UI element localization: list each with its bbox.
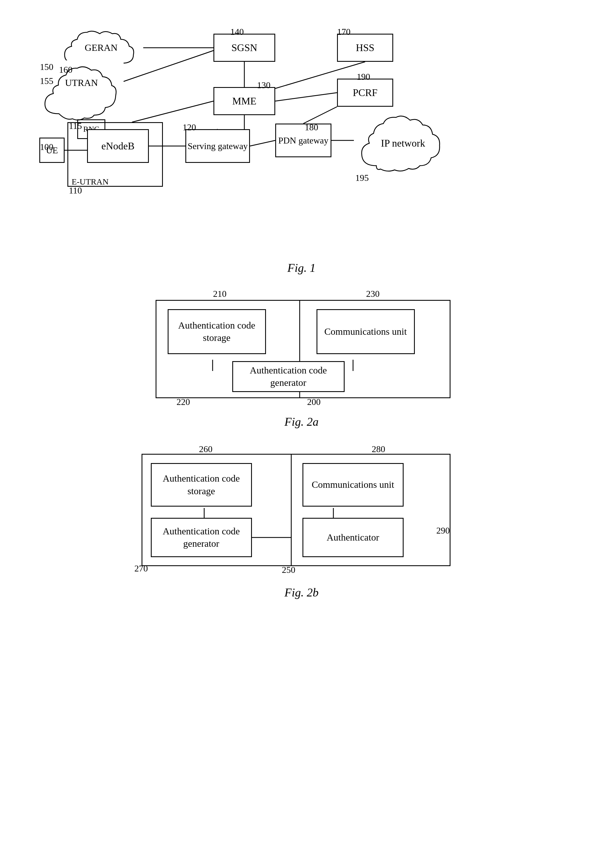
ref-130: 130 xyxy=(257,80,271,90)
svg-line-11 xyxy=(275,93,337,101)
fig2a-caption: Fig. 2a xyxy=(22,415,581,429)
fig2b-outer-box: Authentication code storage Communicatio… xyxy=(142,454,450,566)
fig2b-comm-unit-box: Communications unit xyxy=(303,463,404,507)
fig2a-container: Authentication code storage Communicatio… xyxy=(105,289,498,407)
fig2b-container: Authentication code storage Communicatio… xyxy=(105,443,498,578)
fig2b-auth-storage-label: Authentication code storage xyxy=(152,472,251,497)
ref-160: 160 xyxy=(59,65,73,75)
enodeb-box: eNodeB xyxy=(87,129,149,163)
pdn-label: PDN gateway xyxy=(278,135,329,146)
serving-label: Serving gateway xyxy=(188,141,248,151)
fig2a-auth-storage-box: Authentication code storage xyxy=(168,309,266,354)
ref-170: 170 xyxy=(337,27,351,37)
utran-label: UTRAN xyxy=(65,77,98,88)
fig2b-caption: Fig. 2b xyxy=(22,586,581,599)
mme-label: MME xyxy=(232,95,257,107)
fig2b-ref-280: 280 xyxy=(372,444,385,454)
ref-195: 195 xyxy=(355,173,369,183)
pdn-gateway-box: PDN gateway xyxy=(275,124,331,157)
fig2a-comm-unit-label: Communications unit xyxy=(325,326,407,338)
geran-label: GERAN xyxy=(85,42,118,53)
fig2b-comm-unit-label: Communications unit xyxy=(312,479,394,491)
svg-line-8 xyxy=(250,141,275,146)
fig2a-ref-230: 230 xyxy=(366,289,380,299)
ref-120: 120 xyxy=(182,122,196,133)
fig2b-auth-generator-box: Authentication code generator xyxy=(151,518,252,557)
fig2b-ref-290: 290 xyxy=(436,525,450,536)
fig2a-outer-box: Authentication code storage Communicatio… xyxy=(156,300,450,398)
pcrf-label: PCRF xyxy=(353,87,377,99)
fig2b-ref-250: 250 xyxy=(282,565,295,575)
page: GERAN UTRAN RNC IP network SGSN HSS xyxy=(0,0,603,868)
fig2b-ref-260: 260 xyxy=(199,444,213,454)
serving-gateway-box: Serving gateway xyxy=(186,129,250,163)
svg-line-10 xyxy=(303,107,337,124)
fig2a-auth-generator-box: Authentication code generator xyxy=(232,361,345,392)
fig2b-auth-storage-box: Authentication code storage xyxy=(151,463,252,507)
fig2a-auth-generator-label: Authentication code generator xyxy=(233,364,344,389)
enodeb-label: eNodeB xyxy=(101,140,135,152)
sgsn-label: SGSN xyxy=(232,42,257,54)
fig2b-authenticator-box: Authenticator xyxy=(303,518,404,557)
pcrf-box: PCRF xyxy=(337,79,393,107)
fig2b-authenticator-label: Authenticator xyxy=(327,531,379,544)
ref-110: 110 xyxy=(69,185,82,196)
fig1-diagram: GERAN UTRAN RNC IP network SGSN HSS xyxy=(22,17,584,256)
eutran-label: E-UTRAN xyxy=(72,177,109,187)
fig2a-ref-220: 220 xyxy=(177,397,190,407)
fig2b-ref-270: 270 xyxy=(135,563,148,574)
ref-190: 190 xyxy=(357,72,370,82)
fig2a-ref-200: 200 xyxy=(307,397,321,407)
ref-155: 155 xyxy=(40,76,53,86)
fig2a-ref-210: 210 xyxy=(213,289,227,299)
sgsn-box: SGSN xyxy=(213,34,275,62)
ref-140: 140 xyxy=(230,27,244,37)
mme-box: MME xyxy=(213,87,275,115)
fig2a-auth-storage-label: Authentication code storage xyxy=(169,319,265,344)
ipnet-cloud: IP network xyxy=(354,110,452,177)
ref-180: 180 xyxy=(305,122,318,133)
hss-box: HSS xyxy=(337,34,393,62)
fig2b-auth-generator-label: Authentication code generator xyxy=(152,525,251,550)
ref-115: 115 xyxy=(69,121,82,131)
ref-100: 100 xyxy=(40,142,53,152)
svg-line-12 xyxy=(132,101,213,122)
hss-label: HSS xyxy=(356,42,374,54)
fig2a-comm-unit-box: Communications unit xyxy=(317,309,415,354)
fig1-caption: Fig. 1 xyxy=(22,261,581,275)
ref-150: 150 xyxy=(40,62,53,72)
ipnet-label: IP network xyxy=(381,137,425,150)
